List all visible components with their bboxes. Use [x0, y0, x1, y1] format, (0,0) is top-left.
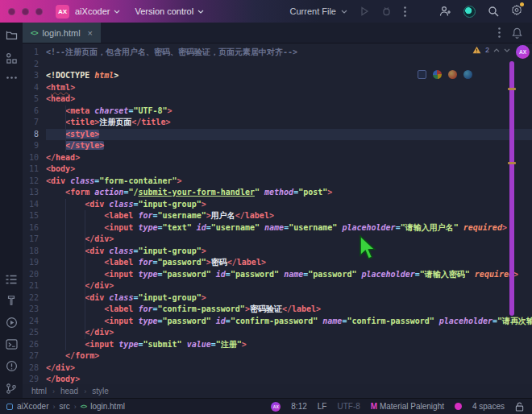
code-token[interactable]: >: [109, 281, 114, 290]
code-token[interactable]: "post": [298, 188, 327, 197]
code-token[interactable]: >: [202, 246, 206, 255]
code-token[interactable]: div: [94, 234, 109, 243]
code-line[interactable]: <div class="input-group">: [46, 292, 532, 304]
code-token[interactable]: >: [70, 83, 75, 92]
code-token[interactable]: type: [138, 223, 157, 232]
search-icon[interactable]: [488, 6, 499, 17]
code-token[interactable]: label: [292, 304, 316, 313]
more-tool-windows-icon[interactable]: [6, 77, 17, 79]
code-token[interactable]: "请输入密码": [420, 270, 470, 279]
code-token[interactable]: [46, 304, 104, 313]
code-token[interactable]: placeholder: [362, 270, 415, 279]
code-token[interactable]: >: [316, 304, 321, 313]
code-token[interactable]: </: [46, 363, 56, 372]
firefox-icon[interactable]: [448, 70, 457, 79]
code-line[interactable]: <div class="input-group">: [46, 199, 532, 211]
problems-icon[interactable]: [6, 360, 18, 372]
git-branch-icon[interactable]: [6, 383, 17, 395]
code-token[interactable]: </: [235, 211, 245, 220]
add-user-icon[interactable]: [439, 6, 451, 17]
code-token[interactable]: name: [284, 270, 303, 279]
close-tab-icon[interactable]: ×: [88, 28, 93, 38]
code-line[interactable]: </body>: [46, 374, 532, 384]
code-token[interactable]: placeholder: [342, 223, 395, 232]
code-token[interactable]: submit-your-form-handler: [138, 188, 255, 197]
code-token[interactable]: [46, 106, 65, 115]
code-token[interactable]: [46, 258, 104, 267]
code-line[interactable]: <meta charset="UTF-8">: [46, 106, 532, 118]
breadcrumb-head[interactable]: head: [60, 387, 78, 395]
code-token[interactable]: div: [89, 200, 104, 209]
code-line[interactable]: <label for="password">密码</label>: [46, 257, 532, 269]
code-token[interactable]: "username": [289, 223, 337, 232]
code-token[interactable]: input: [89, 340, 114, 349]
project-menu[interactable]: aiXcoder: [75, 6, 120, 16]
structure-icon[interactable]: [6, 52, 18, 64]
code-token[interactable]: label: [245, 211, 269, 220]
code-token[interactable]: "password": [163, 270, 211, 279]
maximize-window-button[interactable]: [35, 8, 43, 15]
code-token[interactable]: body: [51, 164, 70, 173]
code-token[interactable]: </: [85, 281, 94, 290]
code-token[interactable]: "UTF-8": [133, 106, 167, 115]
line-ending[interactable]: LF: [318, 402, 327, 411]
run-configuration-select[interactable]: Current File: [290, 6, 347, 16]
code-line[interactable]: <form action="/submit-your-form-handler"…: [46, 187, 532, 199]
code-token[interactable]: >: [261, 258, 266, 267]
code-line[interactable]: <label for="username">用户名</label>: [46, 210, 532, 222]
minimize-window-button[interactable]: [22, 8, 29, 15]
version-control-menu[interactable]: Version control: [135, 6, 204, 16]
code-token[interactable]: title: [141, 118, 165, 126]
code-line[interactable]: </head>: [46, 152, 532, 164]
code-token[interactable]: <style>: [65, 130, 99, 139]
code-token[interactable]: "password": [163, 317, 211, 325]
code-token[interactable]: "input-group": [138, 200, 201, 209]
code-token[interactable]: "password": [308, 270, 356, 279]
code-token[interactable]: </: [65, 351, 75, 360]
settings-gear[interactable]: [511, 4, 522, 19]
aixcoder-status-icon[interactable]: AX: [271, 402, 281, 412]
code-token[interactable]: </: [46, 375, 56, 383]
code-token[interactable]: 密码: [211, 258, 227, 267]
code-token[interactable]: "password": [158, 258, 206, 267]
warning-stripe-mark[interactable]: [508, 88, 516, 90]
code-token[interactable]: [46, 270, 104, 279]
code-line[interactable]: </div>: [46, 327, 532, 339]
code-token[interactable]: >: [177, 176, 182, 185]
code-line[interactable]: <input type="password" id="confirm-passw…: [46, 316, 532, 328]
code-token[interactable]: input: [109, 270, 133, 279]
code-token[interactable]: </: [131, 118, 141, 126]
code-token[interactable]: action: [94, 188, 123, 197]
code-line[interactable]: <body>: [46, 164, 532, 176]
code-token[interactable]: for: [138, 304, 152, 313]
todo-list-icon[interactable]: [6, 275, 17, 284]
code-line[interactable]: <label for="confirm-password">密码验证</labe…: [46, 304, 532, 316]
code-line[interactable]: <input type="submit" value="注册">: [46, 339, 532, 351]
code-token[interactable]: "请再次输入密码": [497, 317, 532, 325]
code-line[interactable]: <head>: [46, 93, 532, 106]
code-token[interactable]: [46, 317, 104, 325]
run-tool-icon[interactable]: [6, 317, 18, 329]
code-token[interactable]: </: [227, 258, 237, 267]
breadcrumb-html[interactable]: html: [31, 387, 47, 395]
code-token[interactable]: [46, 351, 65, 360]
code-line[interactable]: </div>: [46, 280, 532, 292]
code-token[interactable]: label: [109, 211, 133, 220]
code-token[interactable]: value: [187, 340, 211, 349]
build-hammer-icon[interactable]: [6, 295, 17, 306]
scrollbar-thumb[interactable]: [509, 61, 514, 316]
code-token[interactable]: label: [109, 258, 133, 267]
code-token[interactable]: >: [165, 118, 170, 126]
code-token[interactable]: >: [202, 293, 206, 302]
code-token[interactable]: [46, 211, 104, 220]
code-token[interactable]: class: [109, 200, 133, 209]
unlock-icon[interactable]: [515, 402, 524, 412]
code-token[interactable]: [46, 223, 104, 232]
code-token[interactable]: </: [282, 304, 292, 313]
inspection-widget[interactable]: 2: [472, 46, 510, 54]
statusbar-dir[interactable]: src: [59, 402, 69, 411]
code-token[interactable]: charset: [94, 106, 128, 115]
code-token[interactable]: id: [216, 270, 226, 279]
code-token[interactable]: </: [85, 328, 94, 337]
accent-color-dot[interactable]: [455, 403, 462, 410]
